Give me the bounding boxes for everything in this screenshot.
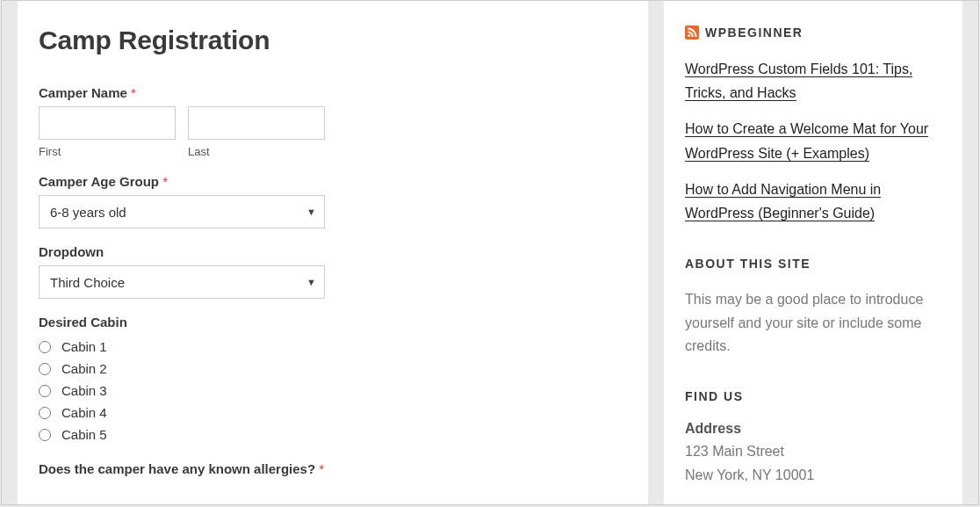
required-mark: * bbox=[162, 174, 168, 189]
cabin-option-label[interactable]: Cabin 5 bbox=[61, 427, 107, 442]
widget-rss: WPBEGINNER WordPress Custom Fields 101: … bbox=[685, 25, 941, 225]
cabin-radio-list: Cabin 1 Cabin 2 Cabin 3 Cabin 4 Cabin 5 bbox=[39, 336, 627, 445]
cabin-radio-item: Cabin 4 bbox=[39, 402, 627, 424]
age-group-label: Camper Age Group * bbox=[39, 174, 627, 189]
about-title: ABOUT THIS SITE bbox=[685, 257, 941, 271]
widget-header: WPBEGINNER bbox=[685, 25, 941, 40]
findus-line2: New York, NY 10001 bbox=[685, 464, 941, 487]
cabin-label: Desired Cabin bbox=[39, 315, 627, 330]
last-name-input[interactable] bbox=[188, 106, 325, 140]
rss-link[interactable]: WordPress Custom Fields 101: Tips, Trick… bbox=[685, 62, 912, 101]
cabin-radio-item: Cabin 3 bbox=[39, 380, 627, 402]
dropdown-label: Dropdown bbox=[39, 244, 627, 259]
cabin-option-label[interactable]: Cabin 1 bbox=[61, 339, 107, 354]
rss-item: How to Create a Welcome Mat for Your Wor… bbox=[685, 117, 941, 164]
cabin-option-label[interactable]: Cabin 2 bbox=[61, 361, 107, 376]
field-age-group: Camper Age Group * 6-8 years old ▼ bbox=[39, 174, 627, 228]
rss-link[interactable]: How to Add Navigation Menu in WordPress … bbox=[685, 182, 881, 221]
cabin-radio[interactable] bbox=[39, 341, 51, 353]
required-mark: * bbox=[319, 461, 324, 476]
last-sublabel: Last bbox=[188, 145, 325, 158]
rss-title[interactable]: WPBEGINNER bbox=[705, 25, 803, 40]
widget-findus: FIND US Address 123 Main Street New York… bbox=[685, 389, 941, 487]
findus-title: FIND US bbox=[685, 389, 941, 403]
findus-sub: Address bbox=[685, 421, 941, 437]
sidebar: WPBEGINNER WordPress Custom Fields 101: … bbox=[664, 1, 962, 504]
label-text: Camper Name bbox=[39, 85, 127, 100]
cabin-radio[interactable] bbox=[39, 407, 51, 419]
cabin-option-label[interactable]: Cabin 3 bbox=[61, 383, 107, 398]
label-text: Does the camper have any known allergies… bbox=[39, 461, 315, 476]
required-mark: * bbox=[131, 85, 136, 100]
dropdown-select-wrap: Third Choice ▼ bbox=[39, 265, 325, 299]
svg-point-0 bbox=[688, 34, 690, 37]
dropdown-select[interactable]: Third Choice bbox=[39, 265, 325, 299]
cabin-radio[interactable] bbox=[39, 429, 51, 441]
field-cabin: Desired Cabin Cabin 1 Cabin 2 Cabin 3 Ca… bbox=[39, 315, 627, 445]
main-content: Camp Registration Camper Name * First La… bbox=[18, 1, 648, 504]
rss-item: How to Add Navigation Menu in WordPress … bbox=[685, 177, 941, 225]
cabin-radio[interactable] bbox=[39, 385, 51, 397]
page-title: Camp Registration bbox=[39, 25, 627, 55]
cabin-radio-item: Cabin 2 bbox=[39, 358, 627, 380]
rss-link[interactable]: How to Create a Welcome Mat for Your Wor… bbox=[685, 121, 928, 161]
rss-icon bbox=[685, 25, 699, 40]
first-name-col: First bbox=[39, 106, 176, 158]
label-text: Camper Age Group bbox=[39, 174, 159, 189]
field-allergies: Does the camper have any known allergies… bbox=[39, 461, 627, 476]
allergies-label: Does the camper have any known allergies… bbox=[39, 461, 627, 476]
cabin-option-label[interactable]: Cabin 4 bbox=[61, 405, 107, 420]
widget-about: ABOUT THIS SITE This may be a good place… bbox=[685, 257, 941, 358]
name-row: First Last bbox=[39, 106, 627, 158]
cabin-radio-item: Cabin 1 bbox=[39, 336, 627, 358]
first-sublabel: First bbox=[39, 145, 176, 158]
camper-name-label: Camper Name * bbox=[39, 85, 627, 100]
cabin-radio[interactable] bbox=[39, 363, 51, 375]
findus-line1: 123 Main Street bbox=[685, 440, 941, 463]
age-group-select-wrap: 6-8 years old ▼ bbox=[39, 195, 325, 228]
field-dropdown: Dropdown Third Choice ▼ bbox=[39, 244, 627, 299]
last-name-col: Last bbox=[188, 106, 325, 158]
cabin-radio-item: Cabin 5 bbox=[39, 424, 627, 445]
rss-list: WordPress Custom Fields 101: Tips, Trick… bbox=[685, 57, 941, 225]
field-camper-name: Camper Name * First Last bbox=[39, 85, 627, 158]
first-name-input[interactable] bbox=[39, 106, 176, 140]
age-group-select[interactable]: 6-8 years old bbox=[39, 195, 325, 228]
page-layout: Camp Registration Camper Name * First La… bbox=[1, 0, 979, 505]
rss-item: WordPress Custom Fields 101: Tips, Trick… bbox=[685, 57, 941, 105]
about-text: This may be a good place to introduce yo… bbox=[685, 288, 941, 358]
